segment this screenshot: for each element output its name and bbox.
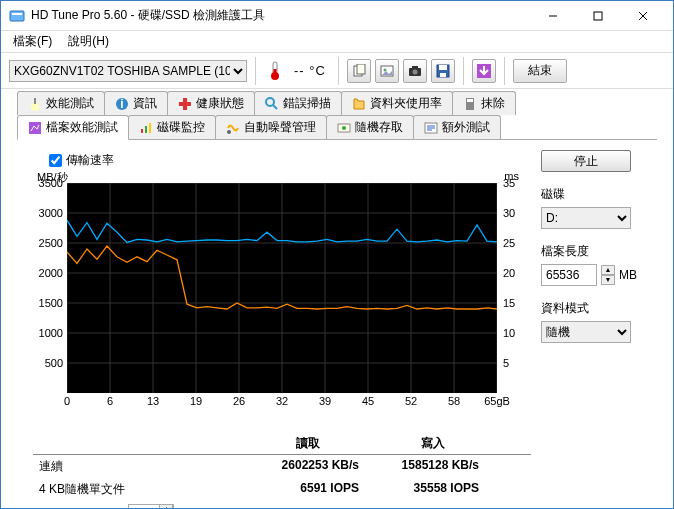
tab-5[interactable]: 抹除 xyxy=(452,91,516,115)
tab-2[interactable]: 健康狀態 xyxy=(167,91,255,115)
svg-rect-30 xyxy=(467,99,473,102)
svg-rect-34 xyxy=(149,123,151,133)
svg-rect-17 xyxy=(439,65,447,70)
tab2-3[interactable]: 隨機存取 xyxy=(326,115,414,139)
tab-icon xyxy=(424,121,438,135)
benchmark-chart: MB/秒 ms 350030002500200015001000500 3530… xyxy=(33,173,523,413)
col-read: 讀取 xyxy=(243,435,373,452)
svg-rect-31 xyxy=(29,122,41,134)
svg-point-14 xyxy=(412,69,417,74)
threads-spinner[interactable]: 32▲▼ xyxy=(128,504,174,509)
file-length-unit: MB xyxy=(619,268,637,282)
svg-rect-32 xyxy=(141,129,143,133)
file-length-spinner[interactable]: ▲▼ xyxy=(601,265,615,285)
tab-1[interactable]: i資訊 xyxy=(104,91,168,115)
drive-select[interactable]: KXG60ZNV1T02 TOSHIBA SAMPLE (10 xyxy=(9,60,247,82)
menu-file[interactable]: 檔案(F) xyxy=(5,31,60,52)
tab-0[interactable]: 效能測試 xyxy=(17,91,105,115)
svg-point-27 xyxy=(266,98,274,106)
svg-rect-18 xyxy=(440,73,446,77)
svg-point-35 xyxy=(227,130,231,134)
tab-icon xyxy=(352,97,366,111)
exit-button[interactable]: 結束 xyxy=(513,59,567,83)
tab-icon xyxy=(265,97,279,111)
svg-rect-8 xyxy=(274,69,277,76)
tab-icon xyxy=(28,97,42,111)
svg-rect-33 xyxy=(145,126,147,133)
minimize-button[interactable] xyxy=(530,2,575,30)
data-mode-label: 資料模式 xyxy=(541,300,641,317)
tab-icon xyxy=(463,97,477,111)
maximize-button[interactable] xyxy=(575,2,620,30)
download-button[interactable] xyxy=(472,59,496,83)
col-write: 寫入 xyxy=(373,435,493,452)
svg-rect-10 xyxy=(357,64,365,74)
tab-icon xyxy=(337,121,351,135)
tab-icon xyxy=(28,121,42,135)
close-button[interactable] xyxy=(620,2,665,30)
disk-select[interactable]: D: xyxy=(541,207,631,229)
svg-rect-3 xyxy=(594,12,602,20)
file-length-input[interactable] xyxy=(541,264,597,286)
app-icon xyxy=(9,8,25,24)
transfer-rate-label: 傳輸速率 xyxy=(66,152,114,169)
stop-button[interactable]: 停止 xyxy=(541,150,631,172)
file-length-label: 檔案長度 xyxy=(541,243,641,260)
svg-point-20 xyxy=(31,103,39,111)
table-row: 連續 2602253 KB/s1585128 KB/s xyxy=(33,455,531,478)
tab-icon xyxy=(226,121,240,135)
copy-info-button[interactable] xyxy=(347,59,371,83)
window-title: HD Tune Pro 5.60 - 硬碟/SSD 檢測維護工具 xyxy=(31,7,530,24)
svg-rect-1 xyxy=(12,13,22,15)
svg-rect-15 xyxy=(412,66,418,69)
tab-3[interactable]: 錯誤掃描 xyxy=(254,91,342,115)
tab-icon xyxy=(139,121,153,135)
data-mode-select[interactable]: 隨機 xyxy=(541,321,631,343)
table-row: 4 KB隨機單文件 6591 IOPS35558 IOPS xyxy=(33,478,531,501)
svg-rect-21 xyxy=(34,98,36,104)
temperature-value: -- °C xyxy=(290,63,330,78)
tab-icon xyxy=(178,97,192,111)
svg-rect-26 xyxy=(183,105,187,110)
results-table: 讀取 寫入 連續 2602253 KB/s1585128 KB/s4 KB隨機單… xyxy=(33,435,531,509)
tab2-1[interactable]: 磁碟監控 xyxy=(128,115,216,139)
transfer-rate-checkbox[interactable] xyxy=(49,154,62,167)
tab-icon: i xyxy=(115,97,129,111)
tab-4[interactable]: 資料夾使用率 xyxy=(341,91,453,115)
svg-rect-0 xyxy=(10,11,24,21)
disk-label: 磁碟 xyxy=(541,186,641,203)
tab2-0[interactable]: 檔案效能測試 xyxy=(17,115,129,140)
tab2-2[interactable]: 自動噪聲管理 xyxy=(215,115,327,139)
screenshot-button[interactable] xyxy=(403,59,427,83)
table-row: 4 KB隨機多文件 32▲▼ xyxy=(33,501,531,509)
thermometer-icon xyxy=(264,60,286,82)
svg-line-28 xyxy=(273,105,277,109)
menu-help[interactable]: 說明(H) xyxy=(60,31,117,52)
svg-point-37 xyxy=(342,126,346,130)
copy-image-button[interactable] xyxy=(375,59,399,83)
save-button[interactable] xyxy=(431,59,455,83)
svg-text:i: i xyxy=(120,97,123,111)
tab2-4[interactable]: 額外測試 xyxy=(413,115,501,139)
